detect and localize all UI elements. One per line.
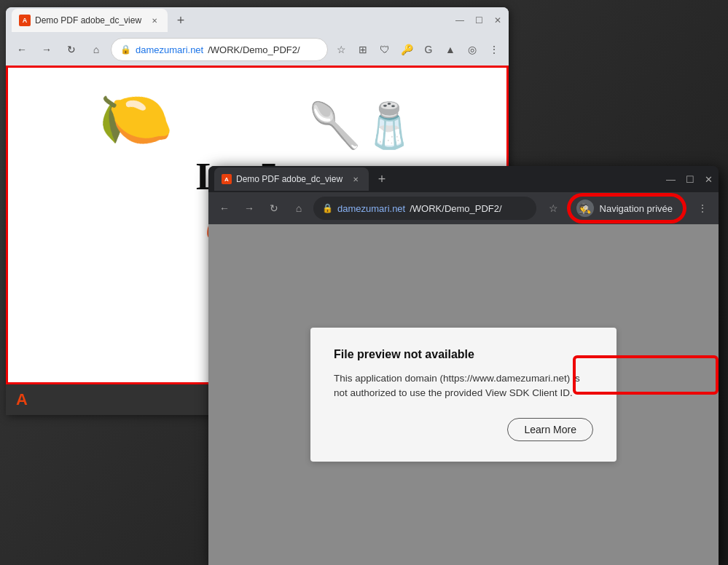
back-nav-button-front[interactable]: ←: [214, 198, 235, 218]
titlebar-back: A Demo PDF adobe_dc_view ✕ + — ☐ ✕: [6, 7, 509, 33]
learn-more-button[interactable]: Learn More: [507, 418, 593, 441]
reload-button[interactable]: ↻: [61, 39, 82, 60]
tab-close-front[interactable]: ✕: [350, 173, 361, 185]
addressbar-front: ← → ↻ ⌂ 🔒 damezumari.net/WORK/Demo_PDF2/…: [208, 192, 719, 224]
home-button[interactable]: ⌂: [86, 39, 106, 60]
front-toolbar-right: ☆ 🕵 Navigation privée ⋮: [544, 194, 713, 222]
reload-button-front[interactable]: ↻: [264, 198, 284, 218]
back-nav-button[interactable]: ←: [12, 39, 32, 60]
forward-nav-button-front[interactable]: →: [239, 198, 259, 218]
tab-back-active[interactable]: A Demo PDF adobe_dc_view ✕: [12, 9, 168, 32]
tab-favicon-front: A: [222, 174, 232, 184]
close-button-back[interactable]: ✕: [493, 15, 503, 25]
gray-content-area: File preview not available This applicat…: [208, 224, 719, 565]
url-path-front: /WORK/Demo_PDF2/: [410, 203, 501, 214]
tab-title-front: Demo PDF adobe_dc_view: [236, 174, 343, 184]
titlebar-controls-front: — ☐ ✕: [666, 174, 713, 185]
lock-icon-front: 🔒: [322, 203, 333, 213]
error-body: This application domain (https://www.dam…: [334, 371, 593, 401]
tab-front-active[interactable]: A Demo PDF adobe_dc_view ✕: [214, 167, 369, 191]
tab-favicon-back: A: [19, 15, 31, 26]
screen-reader-icon[interactable]: ◎: [463, 41, 481, 58]
drive-icon[interactable]: ▲: [442, 41, 459, 58]
minimize-button-back[interactable]: —: [455, 15, 465, 25]
incognito-icon: 🕵: [576, 199, 594, 217]
lock-icon: 🔒: [120, 44, 131, 55]
url-path-back: /WORK/Demo_PDF2/: [208, 44, 300, 55]
error-card: File preview not available This applicat…: [310, 328, 617, 462]
titlebar-controls-back: — ☐ ✕: [455, 15, 503, 25]
translate-icon[interactable]: G: [420, 41, 437, 58]
password-icon[interactable]: 🔑: [398, 41, 415, 58]
new-tab-button-back[interactable]: +: [171, 10, 191, 31]
shield-icon[interactable]: 🛡: [376, 41, 394, 58]
maximize-button-back[interactable]: ☐: [474, 15, 484, 25]
close-button-front[interactable]: ✕: [705, 174, 713, 185]
maximize-button-front[interactable]: ☐: [686, 174, 694, 185]
forward-nav-button[interactable]: →: [36, 39, 57, 60]
pdf-images-row: 🍋 🥄🧂: [8, 68, 506, 155]
error-title: File preview not available: [334, 348, 593, 361]
salt-image: 🥄🧂: [308, 104, 417, 148]
new-tab-button-front[interactable]: +: [372, 169, 392, 189]
home-button-front[interactable]: ⌂: [289, 198, 309, 218]
minimize-button-front[interactable]: —: [666, 174, 676, 185]
titlebar-front: A Demo PDF adobe_dc_view ✕ + — ☐ ✕: [208, 166, 719, 192]
bookmark-icon[interactable]: ☆: [332, 41, 350, 58]
tab-title-back: Demo PDF adobe_dc_view: [35, 15, 141, 25]
adobe-icon: A: [16, 390, 28, 409]
lemon-image: 🍋: [93, 84, 175, 154]
bookmark-icon-front[interactable]: ☆: [544, 198, 564, 218]
extensions-icon[interactable]: ⊞: [354, 41, 372, 58]
incognito-label: Navigation privée: [600, 203, 673, 214]
url-domain-front: damezumari.net: [337, 203, 405, 214]
toolbar-icons-back: ☆ ⊞ 🛡 🔑 G ▲ ◎ ⋮: [332, 41, 503, 58]
menu-icon[interactable]: ⋮: [485, 41, 503, 58]
addressbar-back: ← → ↻ ⌂ 🔒 damezumari.net/WORK/Demo_PDF2/…: [6, 33, 509, 66]
incognito-badge: 🕵 Navigation privée: [568, 194, 685, 222]
menu-icon-front[interactable]: ⋮: [692, 198, 713, 218]
browser-window-front: A Demo PDF adobe_dc_view ✕ + — ☐ ✕ ← → ↻…: [208, 166, 719, 565]
tab-close-back[interactable]: ✕: [149, 15, 160, 26]
url-bar-back[interactable]: 🔒 damezumari.net/WORK/Demo_PDF2/: [111, 38, 328, 61]
url-bar-front[interactable]: 🔒 damezumari.net/WORK/Demo_PDF2/: [313, 197, 536, 220]
url-domain-back: damezumari.net: [136, 44, 203, 55]
